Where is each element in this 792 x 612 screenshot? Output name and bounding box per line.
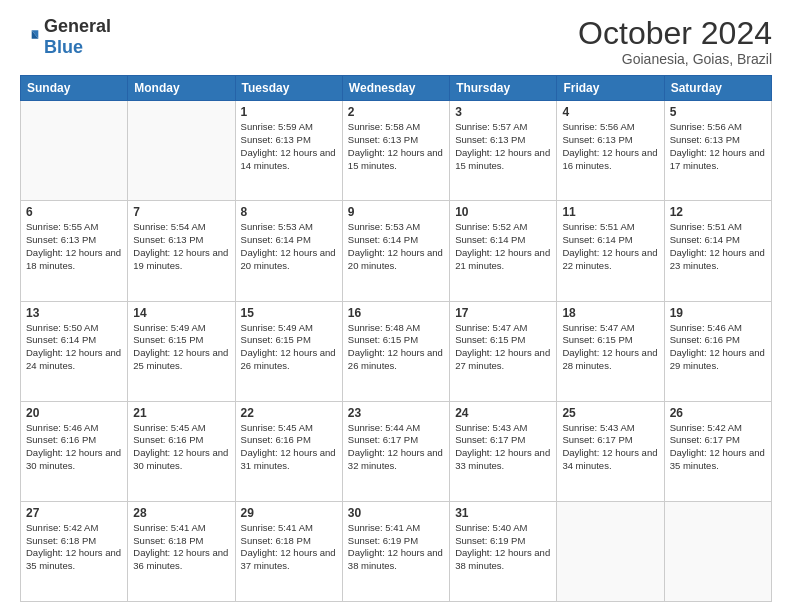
day-info: Sunrise: 5:51 AM Sunset: 6:14 PM Dayligh…	[562, 221, 658, 272]
day-info: Sunrise: 5:43 AM Sunset: 6:17 PM Dayligh…	[455, 422, 551, 473]
day-info: Sunrise: 5:41 AM Sunset: 6:19 PM Dayligh…	[348, 522, 444, 573]
day-info: Sunrise: 5:40 AM Sunset: 6:19 PM Dayligh…	[455, 522, 551, 573]
day-number: 7	[133, 205, 229, 219]
day-info: Sunrise: 5:56 AM Sunset: 6:13 PM Dayligh…	[670, 121, 766, 172]
calendar-cell: 7Sunrise: 5:54 AM Sunset: 6:13 PM Daylig…	[128, 201, 235, 301]
day-number: 6	[26, 205, 122, 219]
day-number: 17	[455, 306, 551, 320]
calendar-cell: 28Sunrise: 5:41 AM Sunset: 6:18 PM Dayli…	[128, 501, 235, 601]
day-info: Sunrise: 5:42 AM Sunset: 6:17 PM Dayligh…	[670, 422, 766, 473]
day-number: 24	[455, 406, 551, 420]
title-section: October 2024 Goianesia, Goias, Brazil	[578, 16, 772, 67]
calendar-cell: 13Sunrise: 5:50 AM Sunset: 6:14 PM Dayli…	[21, 301, 128, 401]
day-info: Sunrise: 5:45 AM Sunset: 6:16 PM Dayligh…	[133, 422, 229, 473]
day-number: 9	[348, 205, 444, 219]
weekday-header-sunday: Sunday	[21, 76, 128, 101]
day-number: 8	[241, 205, 337, 219]
logo-icon	[20, 27, 40, 47]
day-info: Sunrise: 5:44 AM Sunset: 6:17 PM Dayligh…	[348, 422, 444, 473]
calendar-cell: 26Sunrise: 5:42 AM Sunset: 6:17 PM Dayli…	[664, 401, 771, 501]
day-info: Sunrise: 5:41 AM Sunset: 6:18 PM Dayligh…	[133, 522, 229, 573]
calendar-cell: 16Sunrise: 5:48 AM Sunset: 6:15 PM Dayli…	[342, 301, 449, 401]
calendar-cell: 30Sunrise: 5:41 AM Sunset: 6:19 PM Dayli…	[342, 501, 449, 601]
day-number: 4	[562, 105, 658, 119]
day-number: 27	[26, 506, 122, 520]
calendar-cell: 4Sunrise: 5:56 AM Sunset: 6:13 PM Daylig…	[557, 101, 664, 201]
day-info: Sunrise: 5:41 AM Sunset: 6:18 PM Dayligh…	[241, 522, 337, 573]
calendar-cell	[664, 501, 771, 601]
logo: General Blue	[20, 16, 111, 58]
calendar-cell	[21, 101, 128, 201]
calendar-cell: 29Sunrise: 5:41 AM Sunset: 6:18 PM Dayli…	[235, 501, 342, 601]
calendar-cell: 22Sunrise: 5:45 AM Sunset: 6:16 PM Dayli…	[235, 401, 342, 501]
day-info: Sunrise: 5:54 AM Sunset: 6:13 PM Dayligh…	[133, 221, 229, 272]
day-number: 31	[455, 506, 551, 520]
day-info: Sunrise: 5:50 AM Sunset: 6:14 PM Dayligh…	[26, 322, 122, 373]
location: Goianesia, Goias, Brazil	[578, 51, 772, 67]
calendar-cell: 2Sunrise: 5:58 AM Sunset: 6:13 PM Daylig…	[342, 101, 449, 201]
calendar-cell: 17Sunrise: 5:47 AM Sunset: 6:15 PM Dayli…	[450, 301, 557, 401]
day-number: 10	[455, 205, 551, 219]
calendar-cell: 19Sunrise: 5:46 AM Sunset: 6:16 PM Dayli…	[664, 301, 771, 401]
day-info: Sunrise: 5:51 AM Sunset: 6:14 PM Dayligh…	[670, 221, 766, 272]
calendar-cell: 8Sunrise: 5:53 AM Sunset: 6:14 PM Daylig…	[235, 201, 342, 301]
day-info: Sunrise: 5:59 AM Sunset: 6:13 PM Dayligh…	[241, 121, 337, 172]
calendar-cell: 14Sunrise: 5:49 AM Sunset: 6:15 PM Dayli…	[128, 301, 235, 401]
page: General Blue October 2024 Goianesia, Goi…	[0, 0, 792, 612]
calendar-week-row: 1Sunrise: 5:59 AM Sunset: 6:13 PM Daylig…	[21, 101, 772, 201]
day-number: 19	[670, 306, 766, 320]
day-info: Sunrise: 5:52 AM Sunset: 6:14 PM Dayligh…	[455, 221, 551, 272]
day-number: 1	[241, 105, 337, 119]
calendar-cell: 18Sunrise: 5:47 AM Sunset: 6:15 PM Dayli…	[557, 301, 664, 401]
day-info: Sunrise: 5:53 AM Sunset: 6:14 PM Dayligh…	[241, 221, 337, 272]
day-info: Sunrise: 5:49 AM Sunset: 6:15 PM Dayligh…	[133, 322, 229, 373]
day-number: 2	[348, 105, 444, 119]
calendar-cell	[557, 501, 664, 601]
calendar-cell: 12Sunrise: 5:51 AM Sunset: 6:14 PM Dayli…	[664, 201, 771, 301]
day-number: 5	[670, 105, 766, 119]
day-info: Sunrise: 5:46 AM Sunset: 6:16 PM Dayligh…	[26, 422, 122, 473]
day-number: 14	[133, 306, 229, 320]
day-info: Sunrise: 5:53 AM Sunset: 6:14 PM Dayligh…	[348, 221, 444, 272]
calendar-cell	[128, 101, 235, 201]
day-number: 16	[348, 306, 444, 320]
calendar-cell: 27Sunrise: 5:42 AM Sunset: 6:18 PM Dayli…	[21, 501, 128, 601]
day-info: Sunrise: 5:58 AM Sunset: 6:13 PM Dayligh…	[348, 121, 444, 172]
calendar-header-row: SundayMondayTuesdayWednesdayThursdayFrid…	[21, 76, 772, 101]
calendar-cell: 31Sunrise: 5:40 AM Sunset: 6:19 PM Dayli…	[450, 501, 557, 601]
day-number: 29	[241, 506, 337, 520]
day-info: Sunrise: 5:42 AM Sunset: 6:18 PM Dayligh…	[26, 522, 122, 573]
day-number: 15	[241, 306, 337, 320]
calendar-cell: 9Sunrise: 5:53 AM Sunset: 6:14 PM Daylig…	[342, 201, 449, 301]
calendar-cell: 6Sunrise: 5:55 AM Sunset: 6:13 PM Daylig…	[21, 201, 128, 301]
calendar-cell: 20Sunrise: 5:46 AM Sunset: 6:16 PM Dayli…	[21, 401, 128, 501]
day-number: 21	[133, 406, 229, 420]
calendar-week-row: 27Sunrise: 5:42 AM Sunset: 6:18 PM Dayli…	[21, 501, 772, 601]
calendar-cell: 10Sunrise: 5:52 AM Sunset: 6:14 PM Dayli…	[450, 201, 557, 301]
day-number: 22	[241, 406, 337, 420]
day-info: Sunrise: 5:46 AM Sunset: 6:16 PM Dayligh…	[670, 322, 766, 373]
calendar-cell: 3Sunrise: 5:57 AM Sunset: 6:13 PM Daylig…	[450, 101, 557, 201]
calendar-week-row: 13Sunrise: 5:50 AM Sunset: 6:14 PM Dayli…	[21, 301, 772, 401]
day-number: 20	[26, 406, 122, 420]
month-title: October 2024	[578, 16, 772, 51]
calendar-cell: 23Sunrise: 5:44 AM Sunset: 6:17 PM Dayli…	[342, 401, 449, 501]
calendar-cell: 24Sunrise: 5:43 AM Sunset: 6:17 PM Dayli…	[450, 401, 557, 501]
day-number: 18	[562, 306, 658, 320]
day-info: Sunrise: 5:56 AM Sunset: 6:13 PM Dayligh…	[562, 121, 658, 172]
calendar-cell: 1Sunrise: 5:59 AM Sunset: 6:13 PM Daylig…	[235, 101, 342, 201]
calendar-cell: 25Sunrise: 5:43 AM Sunset: 6:17 PM Dayli…	[557, 401, 664, 501]
weekday-header-wednesday: Wednesday	[342, 76, 449, 101]
day-info: Sunrise: 5:49 AM Sunset: 6:15 PM Dayligh…	[241, 322, 337, 373]
day-info: Sunrise: 5:55 AM Sunset: 6:13 PM Dayligh…	[26, 221, 122, 272]
day-info: Sunrise: 5:43 AM Sunset: 6:17 PM Dayligh…	[562, 422, 658, 473]
calendar-week-row: 20Sunrise: 5:46 AM Sunset: 6:16 PM Dayli…	[21, 401, 772, 501]
day-info: Sunrise: 5:47 AM Sunset: 6:15 PM Dayligh…	[562, 322, 658, 373]
weekday-header-tuesday: Tuesday	[235, 76, 342, 101]
day-number: 28	[133, 506, 229, 520]
day-number: 26	[670, 406, 766, 420]
weekday-header-monday: Monday	[128, 76, 235, 101]
logo-text: General Blue	[44, 16, 111, 58]
day-number: 30	[348, 506, 444, 520]
calendar-cell: 11Sunrise: 5:51 AM Sunset: 6:14 PM Dayli…	[557, 201, 664, 301]
